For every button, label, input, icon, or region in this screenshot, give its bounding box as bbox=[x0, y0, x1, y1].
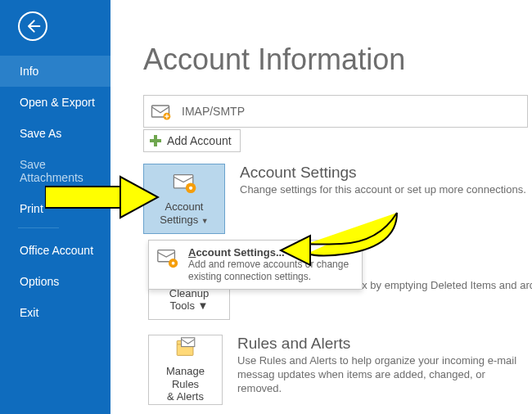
plus-icon bbox=[149, 134, 162, 147]
svg-point-6 bbox=[189, 187, 192, 190]
account-settings-button[interactable]: Account Settings ▼ bbox=[143, 164, 225, 234]
mailbox-icon bbox=[149, 100, 172, 123]
account-settings-dropdown-icon bbox=[156, 246, 180, 271]
sidebar-item-save-attachments: Save Attachments bbox=[0, 149, 110, 193]
add-account-label: Add Account bbox=[167, 134, 232, 147]
svg-point-9 bbox=[172, 262, 175, 265]
account-selector-row: IMAP/SMTP Add Account bbox=[143, 95, 532, 152]
svg-rect-12 bbox=[181, 338, 194, 347]
manage-rules-alerts-button[interactable]: Manage Rules & Alerts bbox=[148, 335, 223, 405]
account-settings-button-line1: Account bbox=[165, 200, 204, 214]
add-account-button[interactable]: Add Account bbox=[143, 129, 241, 152]
sidebar-separator bbox=[18, 227, 59, 228]
rules-button-line2: & Alerts bbox=[167, 390, 204, 403]
rules-title: Rules and Alerts bbox=[237, 335, 532, 353]
sidebar-item-office-account[interactable]: Office Account bbox=[0, 235, 110, 266]
sidebar-item-exit[interactable]: Exit bbox=[0, 297, 110, 328]
account-settings-icon bbox=[169, 171, 199, 196]
arrow-left-icon bbox=[25, 18, 41, 34]
svg-rect-3 bbox=[150, 139, 161, 142]
rules-icon bbox=[171, 336, 201, 360]
rules-button-line1: Manage Rules bbox=[152, 365, 219, 390]
chevron-down-icon: ▼ bbox=[201, 217, 209, 225]
sidebar: Info Open & Export Save As Save Attachme… bbox=[0, 0, 110, 414]
account-settings-button-line2: Settings ▼ bbox=[160, 214, 209, 227]
chevron-down-icon: ▼ bbox=[198, 299, 209, 312]
sidebar-item-print[interactable]: Print bbox=[0, 193, 110, 224]
back-button[interactable] bbox=[18, 11, 47, 41]
account-type-label: IMAP/SMTP bbox=[182, 105, 245, 118]
mailbox-desc-fragment: ilbox by emptying Deleted Items and arc bbox=[345, 279, 532, 291]
account-settings-row: Account Settings ▼ Account Settings Chan… bbox=[143, 164, 532, 234]
sidebar-item-save-as[interactable]: Save As bbox=[0, 118, 110, 149]
page-title: Account Information bbox=[143, 43, 532, 77]
sidebar-item-info[interactable]: Info bbox=[0, 56, 110, 87]
dropdown-item-desc: Add and remove accounts or change existi… bbox=[188, 259, 355, 283]
account-settings-desc: Change settings for this account or set … bbox=[240, 183, 526, 197]
rules-alerts-row: Manage Rules & Alerts Rules and Alerts U… bbox=[148, 335, 532, 405]
account-selector[interactable]: IMAP/SMTP bbox=[143, 95, 528, 128]
cleanup-button-line2: Tools ▼ bbox=[170, 299, 209, 313]
account-settings-dropdown-item[interactable]: Account Settings... Add and remove accou… bbox=[148, 240, 363, 290]
dropdown-item-title: Account Settings... bbox=[188, 246, 355, 259]
sidebar-item-open-export[interactable]: Open & Export bbox=[0, 87, 110, 118]
rules-desc: Use Rules and Alerts to help organize yo… bbox=[237, 354, 532, 396]
sidebar-item-options[interactable]: Options bbox=[0, 266, 110, 297]
account-settings-title: Account Settings bbox=[240, 164, 526, 182]
